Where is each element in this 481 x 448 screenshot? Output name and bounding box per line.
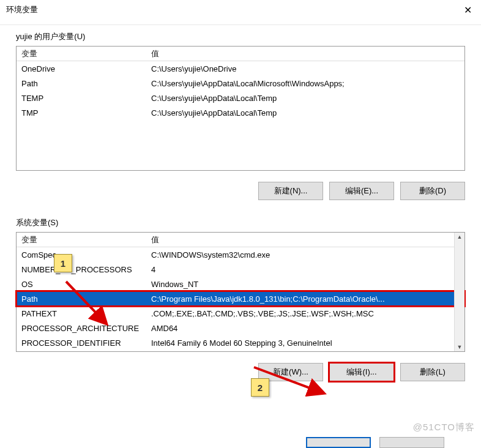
cell-value: C:\WINDOWS\system32\cmd.exe bbox=[149, 250, 464, 259]
cell-variable: Path bbox=[17, 294, 149, 304]
table-row[interactable]: PathC:\Users\yujie\AppData\Local\Microso… bbox=[17, 76, 464, 91]
cell-variable: NUMBER_OF_PROCESSORS bbox=[17, 265, 149, 274]
cell-value: C:\Users\yujie\AppData\Local\Microsoft\W… bbox=[149, 79, 464, 88]
cell-variable: PROCESSOR_IDENTIFIER bbox=[17, 338, 149, 348]
table-row[interactable]: TEMPC:\Users\yujie\AppData\Local\Temp bbox=[17, 91, 464, 105]
cell-value: 4 bbox=[149, 265, 464, 274]
cell-variable: PROCESSOR_ARCHITECTURE bbox=[17, 324, 149, 333]
cell-variable: OneDrive bbox=[17, 64, 149, 73]
user-variables-list[interactable]: 变量 值 OneDriveC:\Users\yujie\OneDrivePath… bbox=[16, 46, 465, 171]
table-row[interactable]: NUMBER_OF_PROCESSORS4 bbox=[17, 262, 464, 277]
cell-variable: TMP bbox=[17, 108, 149, 118]
cell-variable: ComSpec bbox=[17, 250, 149, 259]
table-row[interactable]: PathC:\Program Files\Java\jdk1.8.0_131\b… bbox=[17, 291, 464, 306]
table-row[interactable]: TMPC:\Users\yujie\AppData\Local\Temp bbox=[17, 105, 464, 120]
ok-button-partial[interactable] bbox=[306, 437, 371, 448]
cell-variable: TEMP bbox=[17, 94, 149, 103]
table-row[interactable]: ComSpecC:\WINDOWS\system32\cmd.exe bbox=[17, 247, 464, 262]
system-section-label: 系统变量(S) bbox=[16, 217, 465, 228]
cell-value: C:\Users\yujie\OneDrive bbox=[149, 64, 464, 73]
table-row[interactable]: PROCESSOR_ARCHITECTUREAMD64 bbox=[17, 321, 464, 335]
user-section-label: yujie 的用户变量(U) bbox=[16, 31, 465, 42]
system-buttons-row: 新建(W)... 编辑(I)... 删除(L) bbox=[0, 354, 481, 386]
sys-delete-button[interactable]: 删除(L) bbox=[400, 363, 465, 381]
watermark: @51CTO博客 bbox=[413, 422, 475, 433]
annotation-step1: 1 bbox=[54, 254, 72, 272]
cell-value: C:\Users\yujie\AppData\Local\Temp bbox=[149, 94, 464, 103]
table-row[interactable]: OneDriveC:\Users\yujie\OneDrive bbox=[17, 61, 464, 76]
cell-variable: OS bbox=[17, 280, 149, 289]
cancel-button-partial[interactable] bbox=[379, 437, 444, 448]
window-title: 环境变量 bbox=[6, 4, 38, 15]
sys-list-header: 变量 值 bbox=[17, 233, 464, 247]
close-icon[interactable]: ✕ bbox=[460, 2, 475, 17]
cell-value: .COM;.EXE;.BAT;.CMD;.VBS;.VBE;.JS;.JSE;.… bbox=[149, 309, 464, 318]
annotation-step2: 2 bbox=[251, 378, 269, 397]
cell-value: AMD64 bbox=[149, 324, 464, 333]
cell-value: C:\Program Files\Java\jdk1.8.0_131\bin;C… bbox=[149, 294, 464, 304]
cell-value: Intel64 Family 6 Model 60 Stepping 3, Ge… bbox=[149, 338, 464, 348]
user-buttons-row: 新建(N)... 编辑(E)... 删除(D) bbox=[0, 173, 481, 205]
user-list-header: 变量 值 bbox=[17, 47, 464, 61]
user-edit-button[interactable]: 编辑(E)... bbox=[329, 182, 394, 200]
cell-variable: PATHEXT bbox=[17, 309, 149, 318]
col-value[interactable]: 值 bbox=[149, 48, 464, 59]
sys-edit-button[interactable]: 编辑(I)... bbox=[329, 363, 394, 381]
scrollbar[interactable] bbox=[454, 233, 464, 351]
user-variables-section: yujie 的用户变量(U) 变量 值 OneDriveC:\Users\yuj… bbox=[0, 25, 481, 173]
cell-value: C:\Users\yujie\AppData\Local\Temp bbox=[149, 108, 464, 118]
cell-value: Windows_NT bbox=[149, 280, 464, 289]
table-row[interactable]: PATHEXT.COM;.EXE;.BAT;.CMD;.VBS;.VBE;.JS… bbox=[17, 306, 464, 321]
col-variable[interactable]: 变量 bbox=[17, 48, 149, 59]
cell-variable: Path bbox=[17, 79, 149, 88]
table-row[interactable]: OSWindows_NT bbox=[17, 277, 464, 291]
table-row[interactable]: PROCESSOR_IDENTIFIERIntel64 Family 6 Mod… bbox=[17, 335, 464, 350]
system-variables-section: 系统变量(S) 变量 值 ComSpecC:\WINDOWS\system32\… bbox=[0, 205, 481, 354]
col-value[interactable]: 值 bbox=[149, 234, 464, 245]
user-delete-button[interactable]: 删除(D) bbox=[400, 182, 465, 200]
system-variables-list[interactable]: 变量 值 ComSpecC:\WINDOWS\system32\cmd.exeN… bbox=[16, 232, 465, 352]
user-new-button[interactable]: 新建(N)... bbox=[258, 182, 323, 200]
titlebar: 环境变量 ✕ bbox=[0, 0, 481, 25]
col-variable[interactable]: 变量 bbox=[17, 234, 149, 245]
dialog-bottom-buttons bbox=[0, 437, 481, 448]
